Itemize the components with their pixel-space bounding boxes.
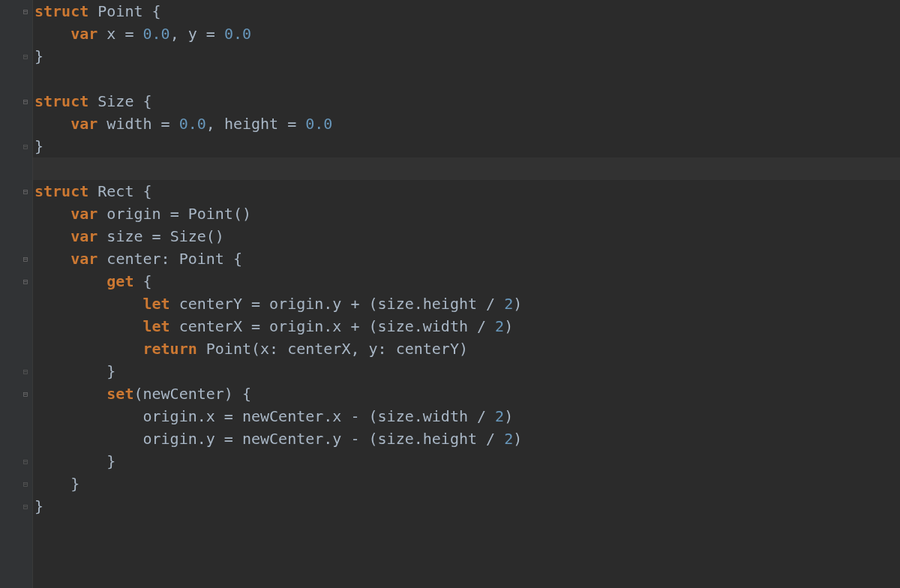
- gutter-row: [0, 270, 32, 292]
- gutter-row: [0, 360, 32, 382]
- gutter-row: [0, 405, 32, 428]
- code-token: set: [106, 385, 134, 403]
- gutter-row: [0, 472, 32, 495]
- code-token: 2: [495, 407, 504, 425]
- code-line[interactable]: var origin = Point(): [33, 202, 900, 225]
- fold-open-icon[interactable]: [20, 276, 31, 286]
- code-token: Rect {: [88, 182, 152, 200]
- code-token: get: [106, 272, 134, 290]
- code-token: 0.0: [224, 25, 251, 43]
- code-token: Size {: [88, 92, 152, 110]
- gutter-row: [0, 382, 32, 405]
- gutter-row: [0, 180, 32, 202]
- code-token: var: [70, 205, 98, 223]
- code-line[interactable]: var size = Size(): [33, 225, 900, 248]
- code-line[interactable]: struct Point {: [33, 0, 900, 22]
- fold-close-icon[interactable]: [20, 366, 31, 376]
- fold-close-icon[interactable]: [20, 51, 31, 62]
- code-line[interactable]: let centerY = origin.y + (size.height / …: [33, 292, 900, 315]
- code-token: }: [34, 475, 80, 493]
- code-line[interactable]: [33, 68, 900, 90]
- code-token: 2: [504, 295, 513, 313]
- code-line[interactable]: struct Rect {: [33, 180, 900, 202]
- fold-open-icon[interactable]: [20, 388, 31, 399]
- fold-close-icon[interactable]: [20, 478, 31, 489]
- gutter-row: [0, 22, 32, 45]
- code-token: struct: [34, 2, 88, 20]
- code-token: [34, 250, 70, 268]
- gutter-row: [0, 135, 32, 158]
- gutter-row: [0, 45, 32, 68]
- fold-open-icon[interactable]: [20, 6, 31, 16]
- gutter-row: [0, 202, 32, 225]
- code-token: [34, 205, 70, 223]
- code-token: [34, 272, 106, 290]
- code-token: {: [134, 272, 152, 290]
- code-line[interactable]: struct Size {: [33, 90, 900, 112]
- code-line[interactable]: }: [33, 450, 900, 472]
- code-token: Point {: [88, 2, 160, 20]
- code-line[interactable]: var center: Point {: [33, 248, 900, 270]
- code-token: ): [513, 295, 522, 313]
- code-line[interactable]: set(newCenter) {: [33, 382, 900, 405]
- code-token: [34, 25, 70, 43]
- code-token: return: [143, 340, 197, 358]
- code-token: width =: [98, 115, 178, 133]
- code-token: 0.0: [179, 115, 206, 133]
- code-line[interactable]: get {: [33, 270, 900, 292]
- code-line[interactable]: }: [33, 135, 900, 158]
- code-line[interactable]: var width = 0.0, height = 0.0: [33, 112, 900, 135]
- code-token: [34, 295, 143, 313]
- fold-open-icon[interactable]: [20, 96, 31, 106]
- code-token: centerY = origin.y + (size.height /: [170, 295, 505, 313]
- code-area[interactable]: struct Point { var x = 0.0, y = 0.0}stru…: [33, 0, 900, 588]
- fold-open-icon[interactable]: [20, 186, 31, 196]
- code-line[interactable]: origin.y = newCenter.y - (size.height / …: [33, 428, 900, 450]
- code-line[interactable]: }: [33, 495, 900, 518]
- gutter-row: [0, 315, 32, 338]
- gutter-row: [0, 248, 32, 270]
- fold-close-icon[interactable]: [20, 141, 31, 152]
- code-editor[interactable]: struct Point { var x = 0.0, y = 0.0}stru…: [0, 0, 900, 588]
- code-token: [34, 115, 70, 133]
- code-line[interactable]: var x = 0.0, y = 0.0: [33, 22, 900, 45]
- code-token: struct: [34, 92, 88, 110]
- gutter-row: [0, 225, 32, 248]
- code-token: var: [70, 115, 98, 133]
- fold-open-icon[interactable]: [20, 254, 31, 264]
- code-token: [34, 317, 143, 335]
- code-token: [34, 385, 106, 403]
- code-token: x =: [98, 25, 142, 43]
- code-token: ): [513, 430, 522, 448]
- gutter-row: [0, 450, 32, 472]
- code-token: 2: [495, 317, 504, 335]
- code-line[interactable]: }: [33, 45, 900, 68]
- gutter-row: [0, 158, 32, 180]
- code-line[interactable]: }: [33, 360, 900, 382]
- fold-close-icon[interactable]: [20, 456, 31, 466]
- code-token: ): [504, 407, 513, 425]
- code-token: size = Size(): [98, 227, 224, 245]
- code-token: (newCenter) {: [134, 385, 251, 403]
- gutter-row: [0, 68, 32, 90]
- code-token: [34, 340, 143, 358]
- code-token: , y =: [170, 25, 224, 43]
- gutter-row: [0, 338, 32, 360]
- gutter-row: [0, 112, 32, 135]
- code-line[interactable]: return Point(x: centerX, y: centerY): [33, 338, 900, 360]
- code-line[interactable]: let centerX = origin.x + (size.width / 2…: [33, 315, 900, 338]
- code-token: 0.0: [143, 25, 170, 43]
- fold-close-icon[interactable]: [20, 501, 31, 512]
- gutter-row: [0, 0, 32, 22]
- gutter-row: [0, 90, 32, 112]
- code-line[interactable]: origin.x = newCenter.x - (size.width / 2…: [33, 405, 900, 428]
- code-line[interactable]: }: [33, 472, 900, 495]
- code-token: centerX = origin.x + (size.width /: [170, 317, 495, 335]
- code-line[interactable]: [33, 158, 900, 180]
- code-token: center: Point {: [98, 250, 242, 268]
- gutter-row: [0, 495, 32, 518]
- code-token: var: [70, 25, 98, 43]
- code-token: 0.0: [305, 115, 332, 133]
- code-token: origin.x = newCenter.x - (size.width /: [34, 407, 495, 425]
- gutter-row: [0, 292, 32, 315]
